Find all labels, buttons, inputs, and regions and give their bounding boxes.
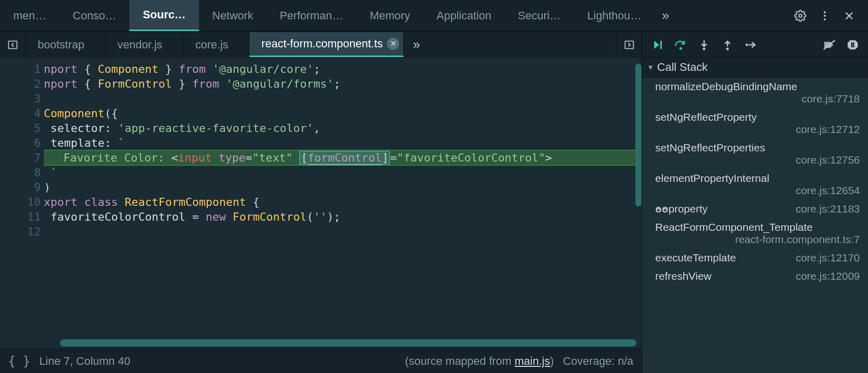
stack-frame-function: setNgReflectProperty — [655, 111, 860, 123]
stack-frame[interactable]: refreshViewcore.js:12009 — [642, 267, 868, 285]
stack-frame-location: core.js:21183 — [796, 203, 860, 215]
pretty-print-icon[interactable]: { } — [8, 354, 30, 368]
settings-icon[interactable] — [790, 5, 811, 26]
svg-rect-5 — [625, 41, 633, 48]
vertical-scrollbar[interactable] — [635, 64, 641, 206]
file-tab[interactable]: react-form.component.ts✕ — [249, 32, 404, 57]
call-stack-title: Call Stack — [657, 61, 708, 74]
stack-frame-location: core.js:12654 — [655, 184, 860, 197]
kebab-menu-icon[interactable] — [814, 5, 835, 26]
code-content[interactable]: nport { Component } from '@angular/core'… — [44, 58, 641, 337]
stack-frame-function: ReactFormComponent_Template — [655, 221, 860, 233]
step-over-icon[interactable] — [669, 35, 692, 55]
call-stack-header[interactable]: ▼ Call Stack — [642, 58, 868, 77]
step-into-icon[interactable] — [693, 35, 715, 55]
file-tab-label: react-form.component.ts — [262, 37, 383, 50]
svg-point-1 — [824, 11, 826, 13]
main-tab[interactable]: Conso — [60, 0, 130, 31]
svg-point-8 — [703, 47, 706, 50]
svg-point-0 — [799, 14, 802, 17]
stack-frame[interactable]: setNgReflectPropertycore.js:12712 — [642, 108, 868, 139]
sources-panel: bootstrapvendor.jscore.jsreact-form.comp… — [0, 32, 642, 373]
step-out-icon[interactable] — [716, 35, 739, 55]
file-tab-label: vendor.js — [118, 38, 162, 51]
file-tab[interactable]: bootstrap — [25, 32, 105, 57]
file-tab-label: core.js — [195, 38, 229, 51]
debugger-toolbar — [642, 32, 868, 58]
tabs-overflow-button[interactable]: » — [655, 8, 676, 23]
code-line[interactable]: Component({ — [44, 106, 641, 121]
devtools-main-tabs: menConsoSourcNetworkPerformanMemoryAppli… — [0, 0, 868, 32]
stack-frame[interactable]: executeTemplatecore.js:12170 — [642, 249, 868, 267]
expand-triangle-icon: ▼ — [647, 63, 654, 71]
svg-point-7 — [680, 47, 682, 49]
stack-frame-function: normalizeDebugBindingName — [655, 81, 860, 93]
close-tab-icon[interactable]: ✕ — [387, 38, 399, 50]
source-mapped-info: (source mapped from main.js) — [405, 355, 554, 368]
file-tab[interactable]: core.js — [183, 32, 249, 57]
main-tab[interactable]: men — [0, 0, 60, 31]
file-tab[interactable]: vendor.js — [105, 32, 183, 57]
svg-point-10 — [746, 43, 748, 46]
svg-rect-4 — [8, 41, 17, 48]
stack-frame-location: core.js:12170 — [796, 252, 860, 264]
step-icon[interactable] — [740, 35, 762, 55]
code-line-highlighted[interactable]: Favorite Color: <input type="text" [form… — [44, 150, 641, 165]
main-tab[interactable]: Performan — [266, 0, 356, 31]
code-line[interactable]: favoriteColorControl = new FormControl('… — [44, 209, 641, 224]
svg-rect-11 — [851, 42, 853, 47]
code-line[interactable] — [44, 91, 641, 106]
main-tab[interactable]: Securi — [505, 0, 574, 31]
main-tab[interactable]: Network — [199, 0, 267, 31]
coverage-info: Coverage: n/a — [563, 355, 633, 368]
code-line[interactable]: selector: 'app-reactive-favorite-color', — [44, 121, 641, 136]
main-tab[interactable]: Application — [424, 0, 505, 31]
file-tabs-overflow-icon[interactable]: » — [404, 37, 429, 52]
source-map-link[interactable]: main.js — [515, 355, 550, 367]
deactivate-breakpoints-icon[interactable] — [818, 35, 841, 55]
svg-point-3 — [824, 18, 826, 20]
stack-frame-location: core.js:12756 — [655, 154, 860, 166]
file-nav-next-icon[interactable] — [616, 32, 641, 57]
horizontal-scrollbar-track — [0, 337, 641, 349]
code-line[interactable]: template: ` — [44, 136, 641, 150]
main-tab[interactable]: Lighthou — [574, 0, 655, 31]
resume-icon[interactable] — [646, 35, 668, 55]
call-stack-list: normalizeDebugBindingNamecore.js:7718set… — [642, 77, 868, 373]
main-tab[interactable]: Sourc — [129, 0, 199, 31]
svg-point-2 — [824, 15, 826, 17]
stack-frame[interactable]: ReactFormComponent_Templatereact-form.co… — [642, 218, 868, 249]
stack-frame-function: refreshView — [655, 270, 712, 282]
stack-frame-function: executeTemplate — [655, 252, 736, 264]
stack-frame[interactable]: ɵɵpropertycore.js:21183 — [642, 200, 868, 218]
file-nav-prev-icon[interactable] — [0, 32, 25, 57]
code-line[interactable]: nport { Component } from '@angular/core'… — [44, 62, 641, 76]
horizontal-scrollbar[interactable] — [60, 339, 636, 347]
svg-rect-12 — [853, 42, 855, 47]
stack-frame-function: ɵɵproperty — [655, 203, 708, 215]
main-tab[interactable]: Memory — [356, 0, 423, 31]
debugger-panel: ▼ Call Stack normalizeDebugBindingNameco… — [642, 32, 868, 373]
code-line[interactable]: xport class ReactFormComponent { — [44, 195, 641, 209]
cursor-position: Line 7, Column 40 — [39, 355, 130, 368]
code-line[interactable]: nport { FormControl } from '@angular/for… — [44, 76, 641, 91]
pause-on-exceptions-icon[interactable] — [842, 35, 864, 55]
code-line[interactable]: ) — [44, 180, 641, 195]
code-line[interactable] — [44, 224, 641, 239]
stack-frame[interactable]: elementPropertyInternalcore.js:12654 — [642, 169, 868, 200]
stack-frame-function: elementPropertyInternal — [655, 172, 860, 184]
stack-frame[interactable]: setNgReflectPropertiescore.js:12756 — [642, 139, 868, 169]
line-gutter: 123456789101112 — [0, 58, 44, 337]
stack-frame[interactable]: normalizeDebugBindingNamecore.js:7718 — [642, 77, 868, 108]
stack-frame-function: setNgReflectProperties — [655, 142, 860, 154]
code-line[interactable]: ` — [44, 165, 641, 180]
file-tab-label: bootstrap — [38, 38, 85, 51]
close-devtools-icon[interactable] — [838, 5, 860, 26]
svg-rect-6 — [660, 41, 662, 49]
stack-frame-location: core.js:12712 — [655, 123, 860, 136]
file-tabs: bootstrapvendor.jscore.jsreact-form.comp… — [0, 32, 641, 58]
svg-point-9 — [726, 47, 729, 50]
stack-frame-location: core.js:12009 — [796, 270, 860, 282]
code-editor[interactable]: 123456789101112 nport { Component } from… — [0, 58, 641, 337]
editor-statusbar: { } Line 7, Column 40 (source mapped fro… — [0, 349, 641, 373]
